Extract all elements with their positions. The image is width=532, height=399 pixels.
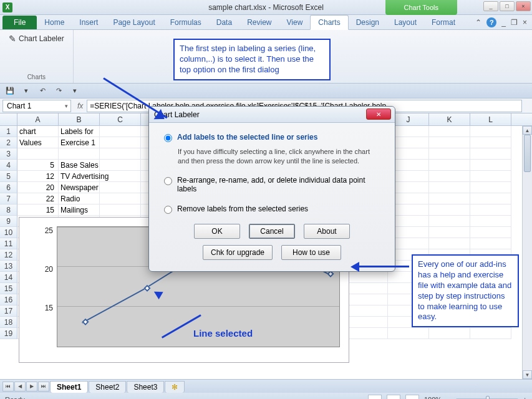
- col-header[interactable]: K: [429, 113, 470, 125]
- radio-add-labels[interactable]: [164, 134, 172, 142]
- cell[interactable]: [100, 160, 141, 171]
- redo-icon[interactable]: ↷: [52, 85, 65, 97]
- cell[interactable]: [429, 148, 470, 160]
- cell[interactable]: [347, 272, 388, 283]
- cell[interactable]: Values: [17, 137, 59, 148]
- tab-view[interactable]: View: [279, 16, 311, 29]
- sheet-tab-sheet3[interactable]: Sheet3: [127, 381, 164, 393]
- col-header[interactable]: L: [470, 113, 511, 125]
- tab-format[interactable]: Format: [424, 16, 463, 29]
- row-header[interactable]: 18: [0, 317, 17, 328]
- cell[interactable]: 5: [17, 160, 59, 171]
- cell[interactable]: [100, 182, 141, 193]
- cell[interactable]: [470, 171, 511, 182]
- row-header[interactable]: 3: [0, 148, 17, 160]
- scroll-up-icon[interactable]: ▲: [523, 126, 532, 135]
- cell[interactable]: [470, 216, 511, 227]
- dialog-titlebar[interactable]: Chart Labeler ✕: [149, 107, 395, 123]
- close-button[interactable]: ×: [516, 1, 531, 11]
- row-header[interactable]: 1: [0, 126, 17, 137]
- view-pagebreak-button[interactable]: [405, 395, 419, 399]
- cell[interactable]: [100, 137, 141, 148]
- row-header[interactable]: 10: [0, 227, 17, 238]
- zoom-thumb[interactable]: [486, 396, 490, 399]
- doc-min-icon[interactable]: _: [501, 18, 506, 27]
- cell[interactable]: TV Advertising: [59, 171, 100, 182]
- cell[interactable]: 12: [17, 171, 59, 182]
- row-header[interactable]: 7: [0, 193, 17, 204]
- zoom-in-button[interactable]: +: [523, 396, 527, 399]
- row-header[interactable]: 11: [0, 238, 17, 249]
- cell[interactable]: [100, 204, 141, 216]
- cell[interactable]: [470, 238, 511, 249]
- scroll-thumb[interactable]: [524, 135, 531, 172]
- tab-page-layout[interactable]: Page Layout: [105, 16, 162, 29]
- cell[interactable]: 22: [17, 193, 59, 204]
- cell[interactable]: [100, 148, 141, 160]
- tab-data[interactable]: Data: [209, 16, 239, 29]
- cell[interactable]: [429, 193, 470, 204]
- sheet-tab-sheet1[interactable]: Sheet1: [50, 381, 88, 393]
- cell[interactable]: [59, 148, 100, 160]
- cell[interactable]: Newspaper: [59, 182, 100, 193]
- cell[interactable]: [429, 227, 470, 238]
- sheet-tab-sheet2[interactable]: Sheet2: [89, 381, 126, 393]
- new-sheet-button[interactable]: ✻: [165, 381, 185, 393]
- cell[interactable]: [429, 137, 470, 148]
- doc-restore-icon[interactable]: ❐: [511, 18, 518, 27]
- cell[interactable]: Base Sales: [59, 160, 100, 171]
- cell[interactable]: [100, 193, 141, 204]
- col-header[interactable]: A: [17, 113, 59, 125]
- ribbon-min-icon[interactable]: ⌃: [475, 18, 481, 27]
- cell[interactable]: [347, 283, 388, 294]
- view-normal-button[interactable]: [368, 395, 382, 399]
- cell[interactable]: Mailings: [59, 204, 100, 216]
- cell[interactable]: 20: [17, 182, 59, 193]
- col-header[interactable]: C: [100, 113, 141, 125]
- cell[interactable]: [470, 204, 511, 216]
- row-header[interactable]: 9: [0, 216, 17, 227]
- row-header[interactable]: 16: [0, 294, 17, 305]
- cell[interactable]: [17, 148, 59, 160]
- row-header[interactable]: 8: [0, 204, 17, 216]
- file-tab[interactable]: File: [2, 16, 37, 29]
- row-header[interactable]: 19: [0, 328, 17, 339]
- cell[interactable]: [388, 328, 429, 339]
- radio-remove[interactable]: [164, 206, 172, 214]
- qat-more[interactable]: ▾: [69, 85, 81, 97]
- cell[interactable]: [429, 182, 470, 193]
- tab-nav-first[interactable]: ⏮: [2, 382, 14, 392]
- tab-layout[interactable]: Layout: [387, 16, 424, 29]
- row-header[interactable]: 2: [0, 137, 17, 148]
- row-header[interactable]: 12: [0, 249, 17, 261]
- cell[interactable]: [429, 204, 470, 216]
- cell[interactable]: [470, 193, 511, 204]
- row-header[interactable]: 17: [0, 305, 17, 317]
- qat-dropdown[interactable]: ▾: [20, 85, 32, 97]
- row-header[interactable]: 6: [0, 182, 17, 193]
- row-header[interactable]: 15: [0, 283, 17, 294]
- cell[interactable]: [347, 305, 388, 317]
- cell[interactable]: [429, 238, 470, 249]
- chart-labeler-button[interactable]: ✎ Chart Labeler: [6, 32, 67, 45]
- cell[interactable]: [347, 317, 388, 328]
- minimize-button[interactable]: _: [483, 1, 498, 11]
- tab-formulas[interactable]: Formulas: [163, 16, 209, 29]
- cell[interactable]: [100, 126, 141, 137]
- name-box[interactable]: Chart 1: [2, 100, 71, 112]
- about-button[interactable]: About: [304, 224, 350, 239]
- cell[interactable]: [429, 126, 470, 137]
- cell[interactable]: [429, 160, 470, 171]
- zoom-out-button[interactable]: −: [447, 396, 450, 399]
- scroll-down-icon[interactable]: ▼: [523, 370, 532, 379]
- tab-nav-prev[interactable]: ◀: [14, 382, 26, 392]
- cell[interactable]: [470, 148, 511, 160]
- ok-button[interactable]: OK: [194, 224, 240, 239]
- how-to-use-button[interactable]: How to use: [281, 245, 341, 260]
- chk-upgrade-button[interactable]: Chk for upgrade: [203, 245, 273, 260]
- maximize-button[interactable]: □: [500, 1, 515, 11]
- tab-design[interactable]: Design: [349, 16, 387, 29]
- cell[interactable]: 15: [17, 204, 59, 216]
- tab-insert[interactable]: Insert: [72, 16, 105, 29]
- tab-home[interactable]: Home: [37, 16, 72, 29]
